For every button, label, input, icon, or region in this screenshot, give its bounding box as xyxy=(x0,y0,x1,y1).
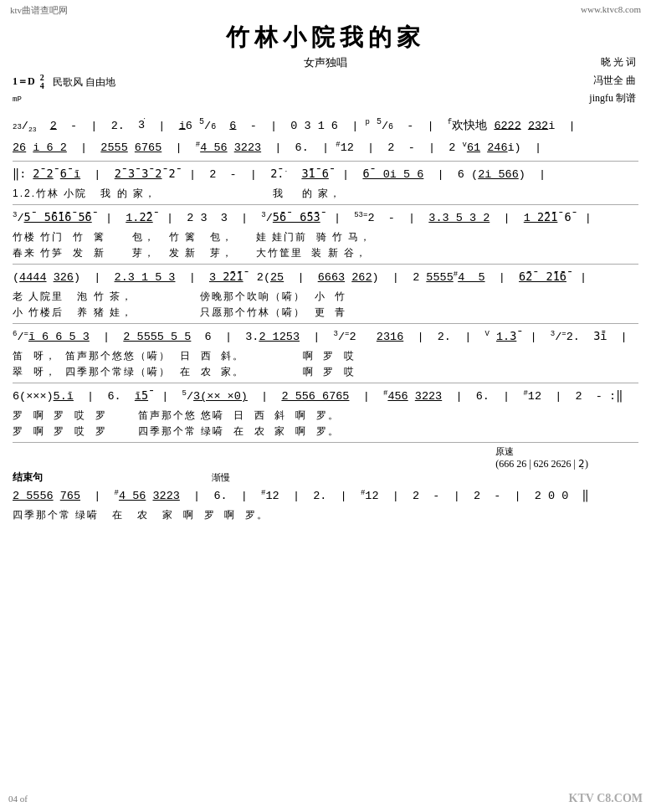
notes-line-6: 6/=ī 6 6 5 3 | 2 5555 5 5 6 | 3.2 1253 |… xyxy=(13,326,638,348)
page-container: ktv曲谱查吧网 www.ktvc8.com 竹林小院我的家 女声独唱 晓 光 … xyxy=(0,0,651,812)
section-divider-3 xyxy=(13,264,638,265)
notes-line-4: 3/5̄ 5̄6̄1̄6̄ 5̄6̄ | 1.2̄2̄ | 2 3 3 | 3/… xyxy=(13,208,638,229)
lyrics-line-5b: 小 竹楼后 养 猪 娃， 只愿那个竹林（嗬） 更 青 xyxy=(13,305,638,321)
notation-line-5: (4444 326) | 2.3 1 5 3 | 3 2̄2̄1̄ 2(25 |… xyxy=(13,267,638,321)
lyricist: 晓 光 词 xyxy=(589,54,636,72)
section-divider-4 xyxy=(13,323,638,324)
notes-line-5: (4444 326) | 2.3 1 5 3 | 3 2̄2̄1̄ 2(25 |… xyxy=(13,267,638,289)
notation-line-3: ‖: 2̄ 2̄ 6̄ ī | 2̄ 3̄ 3̄ 2̄ 2̄ | 2 - | 2… xyxy=(13,164,638,202)
score-area: mP 23/23 2 - | 2. 3· | i6 5/6 6 - | 0 3 … xyxy=(8,92,643,523)
lyrics-line-7a: 罗 啊 罗 哎 罗 笛声那个悠 悠嗬 日 西 斜 啊 罗。 xyxy=(13,408,638,424)
notation-line-4: 3/5̄ 5̄6̄1̄6̄ 5̄6̄ | 1.2̄2̄ | 2 3 3 | 3/… xyxy=(13,208,638,261)
notation-line-6: 6/=ī 6 6 5 3 | 2 5555 5 5 6 | 3.2 1253 |… xyxy=(13,326,638,380)
notation-line-1: mP 23/23 2 - | 2. 3· | i6 5/6 6 - | 0 3 … xyxy=(13,92,638,136)
ktv-logo: KTV C8.COM xyxy=(569,792,643,804)
lyrics-line-5a: 老 人院里 泡 竹 茶， 傍晚那个吹响（嗬） 小 竹 xyxy=(13,289,638,305)
lyrics-line-4a: 竹楼 竹门 竹 篱 包， 竹 篱 包， 娃 娃门前 骑 竹 马， xyxy=(13,229,638,245)
song-subtitle: 女声独唱 xyxy=(8,55,643,70)
ending-label-row: 结束句 渐慢 xyxy=(13,470,638,485)
ending-label: 结束句 xyxy=(13,470,43,485)
site-url-right: www.ktvc8.com xyxy=(581,4,641,17)
notation-line-8: 原速 (666 26 | 626 2626 | 2̣) 结束句 渐慢 2 555… xyxy=(13,445,638,523)
notes-line-8: 2 5556 765 | #4 56 3223 | 6. | #12 | 2. … xyxy=(13,486,638,507)
yuansu-notes: (666 26 | 626 2626 | 2̣) xyxy=(495,458,588,470)
notes-line-2: 26 i 6 2 | 2555 6765 | #4 56 3223 | 6. |… xyxy=(13,137,638,159)
lyrics-line-8: 四季那个常 绿嗬 在 农 家 啊 罗 啊 罗。 xyxy=(13,507,638,523)
style-marking: 民歌风 自由地 xyxy=(53,75,115,90)
yuansu-label: 原速 (666 26 | 626 2626 | 2̣) xyxy=(495,445,588,470)
section-divider-6 xyxy=(13,442,638,443)
composer: 冯世全 曲 xyxy=(589,72,636,90)
time-den: 4 xyxy=(40,82,44,90)
notes-line-7: 6(×××)5.ī | 6. ī5̄ | 5/3(×× ×0) | 2 556 … xyxy=(13,386,638,408)
lyrics-line-7b: 罗 啊 罗 哎 罗 四季那个常 绿嗬 在 农 家 啊 罗。 xyxy=(13,424,638,439)
lyrics-line-4b: 春来 竹笋 发 新 芽， 发 新 芽， 大竹筐里 装 新 谷， xyxy=(13,245,638,261)
section-divider-2 xyxy=(13,204,638,205)
lyrics-line-6a: 笛 呀， 笛声那个悠悠（嗬） 日 西 斜。 啊 罗 哎 xyxy=(13,348,638,364)
section-divider-1 xyxy=(13,161,638,162)
page-number: 04 of xyxy=(8,794,28,804)
notes-line-3: ‖: 2̄ 2̄ 6̄ ī | 2̄ 3̄ 3̄ 2̄ 2̄ | 2 - | 2… xyxy=(13,164,638,186)
site-logo-left: ktv曲谱查吧网 xyxy=(10,4,68,17)
song-title-area: 竹林小院我的家 女声独唱 xyxy=(8,22,643,70)
notes-line-1: mP 23/23 2 - | 2. 3· | i6 5/6 6 - | 0 3 … xyxy=(13,92,638,136)
yuansu-label-area: 原速 (666 26 | 626 2626 | 2̣) xyxy=(13,445,638,470)
section-divider-5 xyxy=(13,383,638,383)
footer-logo: KTV C8.COM xyxy=(569,792,643,805)
jiaman-label: 渐慢 xyxy=(46,471,230,484)
footer-page-info: 04 of xyxy=(8,794,28,804)
lyrics-line-6b: 翠 呀， 四季那个常绿（嗬） 在 农 家。 啊 罗 哎 xyxy=(13,364,638,380)
notation-line-2: 26 i 6 2 | 2555 6765 | #4 56 3223 | 6. |… xyxy=(13,137,638,159)
notation-line-7: 6(×××)5.ī | 6. ī5̄ | 5/3(×× ×0) | 2 556 … xyxy=(13,386,638,439)
key-value: 1＝D xyxy=(13,75,35,87)
key-signature: 1＝D 2 4 xyxy=(13,74,44,90)
song-title: 竹林小院我的家 xyxy=(8,22,643,54)
header-bar: ktv曲谱查吧网 www.ktvc8.com xyxy=(8,4,643,17)
lyrics-line-3: 1.2.竹林 小院 我 的 家， 我 的 家， xyxy=(13,186,638,202)
